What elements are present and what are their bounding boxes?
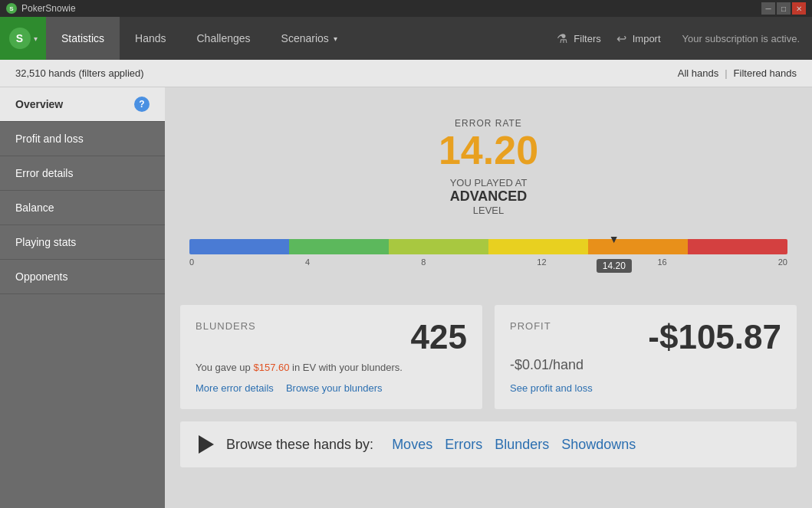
color-bar-container: ▼ 14.20 0 4 8 12 16 20	[189, 239, 787, 267]
title-bar-left: S PokerSnowie	[6, 3, 76, 14]
bar-label-20: 20	[778, 257, 787, 267]
content-area: ERROR RATE 14.20 YOU PLAYED AT ADVANCED …	[165, 87, 812, 508]
close-button[interactable]: ✕	[792, 2, 806, 15]
bar-segment-red	[688, 239, 787, 254]
sidebar-item-opponents[interactable]: Opponents	[0, 260, 165, 294]
browse-section: Browse these hands by: Moves Errors Blun…	[180, 421, 797, 467]
blunders-links: More error details Browse your blunders	[196, 382, 467, 394]
filter-label[interactable]: Filters	[574, 33, 600, 44]
profit-links: See profit and loss	[510, 382, 781, 394]
bar-segment-green	[289, 239, 389, 254]
blunders-description: You gave up $157.60 in EV with your blun…	[196, 362, 467, 373]
more-error-details-link[interactable]: More error details	[196, 382, 274, 394]
hands-count: 32,510 hands (filters applied)	[15, 67, 144, 79]
nav-items: Statistics Hands Challenges Scenarios ▾	[46, 17, 544, 60]
play-icon	[199, 435, 214, 454]
bar-segment-blue	[189, 239, 289, 254]
bar-value-bubble: 14.20	[597, 259, 632, 273]
stats-cards: BLUNDERS 425 You gave up $157.60 in EV w…	[180, 305, 797, 409]
bar-label-8: 8	[421, 257, 426, 267]
nav-logo-circle: S	[9, 28, 31, 49]
color-bar	[189, 239, 787, 254]
bar-indicator: ▼	[609, 233, 620, 245]
restore-button[interactable]: □	[777, 2, 791, 15]
sidebar-item-balance[interactable]: Balance	[0, 191, 165, 225]
main-layout: Overview ? Profit and loss Error details…	[0, 87, 812, 508]
bar-labels: 0 4 8 12 16 20	[189, 257, 787, 267]
nav-bar: S ▾ Statistics Hands Challenges Scenario…	[0, 17, 812, 60]
bar-label-12: 12	[537, 257, 546, 267]
see-profit-loss-link[interactable]: See profit and loss	[510, 382, 593, 394]
sidebar-item-profit-loss[interactable]: Profit and loss	[0, 122, 165, 156]
sub-header: 32,510 hands (filters applied) All hands…	[0, 60, 812, 87]
filtered-hands-link[interactable]: Filtered hands	[734, 67, 797, 79]
all-hands-link[interactable]: All hands	[678, 67, 718, 79]
sidebar: Overview ? Profit and loss Error details…	[0, 87, 165, 508]
sidebar-item-playing-stats[interactable]: Playing stats	[0, 225, 165, 260]
subscription-text: Your subscription is active.	[682, 33, 800, 44]
filter-separator: |	[725, 67, 727, 79]
browse-label: Browse these hands by:	[226, 437, 373, 453]
title-bar: S PokerSnowie ─ □ ✕	[0, 0, 812, 17]
bar-segment-yellow-green	[389, 239, 488, 254]
browse-errors-link[interactable]: Errors	[445, 437, 482, 453]
blunders-ev-amount: $157.60	[253, 362, 289, 373]
profit-value: -$105.87	[648, 320, 781, 354]
blunders-value: 425	[411, 320, 467, 354]
blunders-card-header: BLUNDERS 425	[196, 320, 467, 354]
nav-right: ⚗ Filters ↩ Import Your subscription is …	[544, 31, 812, 46]
profit-card: PROFIT -$105.87 -$0.01/hand See profit a…	[495, 305, 797, 409]
app-logo: S	[6, 3, 17, 14]
nav-item-scenarios[interactable]: Scenarios ▾	[266, 17, 353, 60]
profit-card-header: PROFIT -$105.87	[510, 320, 781, 354]
bar-label-0: 0	[189, 257, 194, 267]
help-icon[interactable]: ?	[134, 97, 150, 112]
browse-blunders-link[interactable]: Blunders	[495, 437, 549, 453]
bar-segment-yellow	[488, 239, 588, 254]
minimize-button[interactable]: ─	[761, 2, 775, 15]
profit-label: PROFIT	[510, 320, 551, 332]
browse-showdowns-link[interactable]: Showdowns	[561, 437, 636, 453]
browse-moves-link[interactable]: Moves	[392, 437, 432, 453]
played-at-label: YOU PLAYED AT	[450, 177, 528, 188]
nav-item-statistics[interactable]: Statistics	[46, 17, 120, 60]
import-icon: ↩	[616, 31, 626, 46]
bar-label-4: 4	[305, 257, 310, 267]
app-title: PokerSnowie	[21, 3, 76, 14]
profit-per-hand: -$0.01/hand	[510, 357, 781, 373]
level-sub: LEVEL	[473, 205, 504, 216]
error-rate-label: ERROR RATE	[455, 118, 522, 129]
bar-segment-orange	[588, 239, 688, 254]
filter-icon: ⚗	[557, 31, 567, 46]
level-label: ADVANCED	[450, 188, 528, 205]
sidebar-item-overview[interactable]: Overview ?	[0, 87, 165, 122]
nav-logo-dropdown-icon: ▾	[34, 34, 38, 43]
nav-item-hands[interactable]: Hands	[120, 17, 181, 60]
blunders-label: BLUNDERS	[196, 320, 256, 332]
bar-label-16: 16	[658, 257, 667, 267]
browse-blunders-link[interactable]: Browse your blunders	[286, 382, 383, 394]
title-bar-controls: ─ □ ✕	[761, 2, 806, 15]
scenarios-dropdown-icon: ▾	[334, 34, 337, 43]
blunders-card: BLUNDERS 425 You gave up $157.60 in EV w…	[180, 305, 482, 409]
nav-logo-area[interactable]: S ▾	[0, 17, 46, 60]
import-label[interactable]: Import	[633, 33, 661, 44]
nav-item-challenges[interactable]: Challenges	[181, 17, 265, 60]
error-rate-section: ERROR RATE 14.20 YOU PLAYED AT ADVANCED …	[180, 103, 797, 224]
browse-links: Moves Errors Blunders Showdowns	[392, 437, 636, 453]
error-rate-value: 14.20	[439, 129, 538, 172]
sidebar-item-error-details[interactable]: Error details	[0, 156, 165, 191]
filter-links: All hands | Filtered hands	[678, 67, 797, 79]
